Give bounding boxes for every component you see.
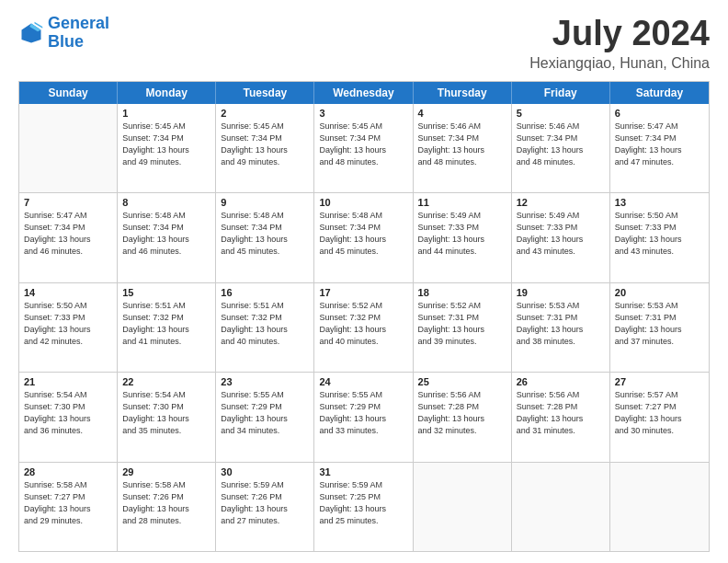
header-day-monday: Monday [118,82,216,104]
day-info: Sunrise: 5:45 AM Sunset: 7:34 PM Dayligh… [122,121,210,168]
day-info: Sunrise: 5:48 AM Sunset: 7:34 PM Dayligh… [122,210,210,258]
calendar-header: SundayMondayTuesdayWednesdayThursdayFrid… [19,82,709,104]
day-info: Sunrise: 5:46 AM Sunset: 7:34 PM Dayligh… [418,121,506,168]
day-info: Sunrise: 5:52 AM Sunset: 7:32 PM Dayligh… [319,300,407,348]
day-info: Sunrise: 5:59 AM Sunset: 7:25 PM Dayligh… [319,479,407,527]
day-cell-18: 18Sunrise: 5:52 AM Sunset: 7:31 PM Dayli… [414,283,512,372]
day-cell-9: 9Sunrise: 5:48 AM Sunset: 7:34 PM Daylig… [216,193,314,282]
day-info: Sunrise: 5:55 AM Sunset: 7:29 PM Dayligh… [221,389,309,437]
day-info: Sunrise: 5:54 AM Sunset: 7:30 PM Dayligh… [122,389,210,437]
header-day-sunday: Sunday [19,82,118,104]
day-cell-5: 5Sunrise: 5:46 AM Sunset: 7:34 PM Daylig… [512,104,610,192]
day-cell-6: 6Sunrise: 5:47 AM Sunset: 7:34 PM Daylig… [610,104,709,192]
day-info: Sunrise: 5:58 AM Sunset: 7:26 PM Dayligh… [122,479,210,527]
empty-cell-4-4 [414,463,512,551]
day-number: 4 [418,108,506,119]
logo-line2: Blue [48,32,84,51]
day-cell-12: 12Sunrise: 5:49 AM Sunset: 7:33 PM Dayli… [512,193,610,282]
day-number: 25 [418,376,506,387]
day-info: Sunrise: 5:53 AM Sunset: 7:31 PM Dayligh… [517,300,605,348]
day-number: 29 [122,466,210,477]
day-info: Sunrise: 5:48 AM Sunset: 7:34 PM Dayligh… [221,210,309,258]
month-title: July 2024 [529,15,710,53]
day-number: 24 [319,376,407,387]
day-cell-13: 13Sunrise: 5:50 AM Sunset: 7:33 PM Dayli… [610,193,709,282]
day-number: 31 [319,466,407,477]
header-day-tuesday: Tuesday [216,82,314,104]
day-number: 8 [122,197,210,208]
day-number: 12 [517,197,605,208]
day-number: 13 [615,197,704,208]
day-cell-2: 2Sunrise: 5:45 AM Sunset: 7:34 PM Daylig… [216,104,314,192]
day-info: Sunrise: 5:57 AM Sunset: 7:27 PM Dayligh… [615,389,704,437]
day-info: Sunrise: 5:49 AM Sunset: 7:33 PM Dayligh… [418,210,506,258]
day-info: Sunrise: 5:52 AM Sunset: 7:31 PM Dayligh… [418,300,506,348]
day-cell-26: 26Sunrise: 5:56 AM Sunset: 7:28 PM Dayli… [512,373,610,461]
day-info: Sunrise: 5:47 AM Sunset: 7:34 PM Dayligh… [615,121,704,168]
day-number: 2 [221,108,309,119]
day-info: Sunrise: 5:45 AM Sunset: 7:34 PM Dayligh… [319,121,407,168]
header-day-friday: Friday [512,82,610,104]
calendar: SundayMondayTuesdayWednesdayThursdayFrid… [18,81,710,552]
week-row-1: 7Sunrise: 5:47 AM Sunset: 7:34 PM Daylig… [19,192,709,282]
day-info: Sunrise: 5:46 AM Sunset: 7:34 PM Dayligh… [517,121,605,168]
day-cell-11: 11Sunrise: 5:49 AM Sunset: 7:33 PM Dayli… [414,193,512,282]
day-number: 27 [615,376,704,387]
day-number: 19 [517,287,605,298]
day-cell-19: 19Sunrise: 5:53 AM Sunset: 7:31 PM Dayli… [512,283,610,372]
day-number: 22 [122,376,210,387]
day-number: 6 [615,108,704,119]
day-cell-23: 23Sunrise: 5:55 AM Sunset: 7:29 PM Dayli… [216,373,314,461]
day-number: 18 [418,287,506,298]
day-info: Sunrise: 5:55 AM Sunset: 7:29 PM Dayligh… [319,389,407,437]
page: General Blue July 2024 Hexiangqiao, Huna… [0,0,728,563]
day-number: 14 [24,287,112,298]
day-cell-1: 1Sunrise: 5:45 AM Sunset: 7:34 PM Daylig… [118,104,216,192]
day-info: Sunrise: 5:54 AM Sunset: 7:30 PM Dayligh… [24,389,112,437]
day-number: 28 [24,466,112,477]
day-info: Sunrise: 5:50 AM Sunset: 7:33 PM Dayligh… [615,210,704,258]
location-title: Hexiangqiao, Hunan, China [529,55,710,72]
day-number: 1 [122,108,210,119]
day-number: 30 [221,466,309,477]
day-number: 15 [122,287,210,298]
day-cell-27: 27Sunrise: 5:57 AM Sunset: 7:27 PM Dayli… [610,373,709,461]
day-cell-7: 7Sunrise: 5:47 AM Sunset: 7:34 PM Daylig… [19,193,118,282]
week-row-2: 14Sunrise: 5:50 AM Sunset: 7:33 PM Dayli… [19,282,709,372]
day-info: Sunrise: 5:59 AM Sunset: 7:26 PM Dayligh… [221,479,309,527]
day-number: 11 [418,197,506,208]
empty-cell-0-0 [19,104,118,192]
header-day-saturday: Saturday [610,82,709,104]
header-day-thursday: Thursday [414,82,512,104]
day-info: Sunrise: 5:56 AM Sunset: 7:28 PM Dayligh… [418,389,506,437]
empty-cell-4-6 [610,463,709,551]
day-cell-3: 3Sunrise: 5:45 AM Sunset: 7:34 PM Daylig… [314,104,413,192]
day-info: Sunrise: 5:47 AM Sunset: 7:34 PM Dayligh… [24,210,112,258]
day-info: Sunrise: 5:49 AM Sunset: 7:33 PM Dayligh… [517,210,605,258]
day-info: Sunrise: 5:51 AM Sunset: 7:32 PM Dayligh… [221,300,309,348]
day-number: 7 [24,197,112,208]
header: General Blue July 2024 Hexiangqiao, Huna… [18,15,710,72]
day-number: 9 [221,197,309,208]
day-cell-21: 21Sunrise: 5:54 AM Sunset: 7:30 PM Dayli… [19,373,118,461]
day-number: 23 [221,376,309,387]
day-info: Sunrise: 5:56 AM Sunset: 7:28 PM Dayligh… [517,389,605,437]
day-number: 17 [319,287,407,298]
day-info: Sunrise: 5:50 AM Sunset: 7:33 PM Dayligh… [24,300,112,348]
day-info: Sunrise: 5:48 AM Sunset: 7:34 PM Dayligh… [319,210,407,258]
day-cell-20: 20Sunrise: 5:53 AM Sunset: 7:31 PM Dayli… [610,283,709,372]
day-cell-22: 22Sunrise: 5:54 AM Sunset: 7:30 PM Dayli… [118,373,216,461]
day-number: 10 [319,197,407,208]
day-number: 5 [517,108,605,119]
day-number: 16 [221,287,309,298]
day-info: Sunrise: 5:51 AM Sunset: 7:32 PM Dayligh… [122,300,210,348]
day-cell-28: 28Sunrise: 5:58 AM Sunset: 7:27 PM Dayli… [19,463,118,551]
logo: General Blue [18,15,109,52]
day-info: Sunrise: 5:53 AM Sunset: 7:31 PM Dayligh… [615,300,704,348]
logo-icon [18,20,44,46]
day-cell-24: 24Sunrise: 5:55 AM Sunset: 7:29 PM Dayli… [314,373,413,461]
day-info: Sunrise: 5:58 AM Sunset: 7:27 PM Dayligh… [24,479,112,527]
day-info: Sunrise: 5:45 AM Sunset: 7:34 PM Dayligh… [221,121,309,168]
week-row-4: 28Sunrise: 5:58 AM Sunset: 7:27 PM Dayli… [19,462,709,551]
day-cell-16: 16Sunrise: 5:51 AM Sunset: 7:32 PM Dayli… [216,283,314,372]
